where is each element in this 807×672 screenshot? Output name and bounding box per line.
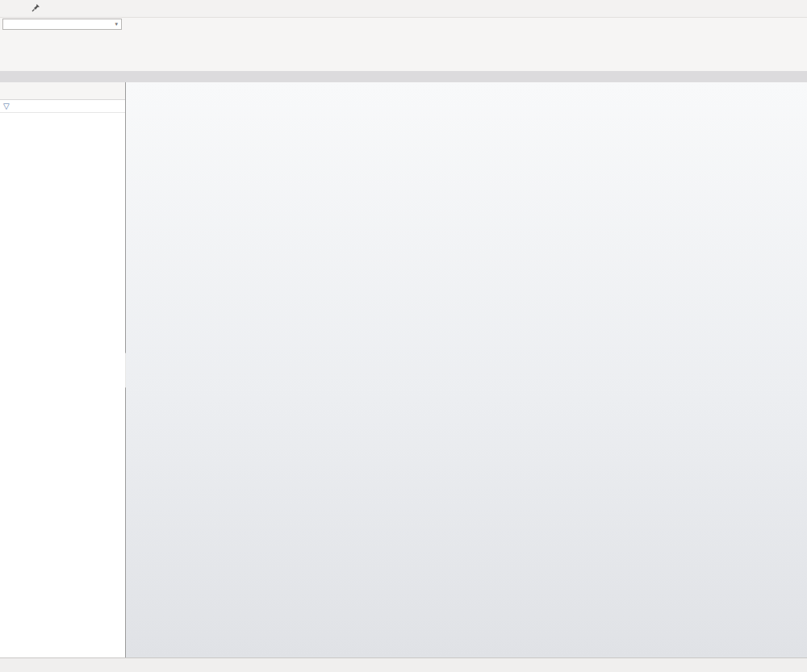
model-canvas[interactable] bbox=[126, 82, 807, 657]
ribbon-toolbar bbox=[0, 31, 807, 71]
main-area: ▽ bbox=[0, 82, 807, 657]
tree-filter-row[interactable]: ▽ bbox=[0, 100, 125, 113]
panel-tabs bbox=[0, 82, 125, 100]
feature-tree bbox=[0, 113, 125, 657]
command-tabs-bar bbox=[0, 71, 807, 82]
pin-menu-icon[interactable] bbox=[31, 3, 40, 14]
study-tabs-bar bbox=[0, 657, 807, 672]
command-manager: ▾ bbox=[0, 18, 807, 71]
filter-funnel-icon: ▽ bbox=[3, 102, 10, 111]
feature-manager-panel: ▽ bbox=[0, 82, 126, 657]
study-nav-buttons bbox=[0, 658, 6, 672]
chevron-down-icon: ▾ bbox=[115, 21, 118, 27]
configuration-dropdown[interactable]: ▾ bbox=[2, 19, 122, 30]
title-bar bbox=[0, 0, 807, 18]
graphics-viewport[interactable] bbox=[126, 82, 807, 657]
configuration-row: ▾ bbox=[0, 18, 807, 31]
orientation-triad bbox=[139, 607, 181, 649]
